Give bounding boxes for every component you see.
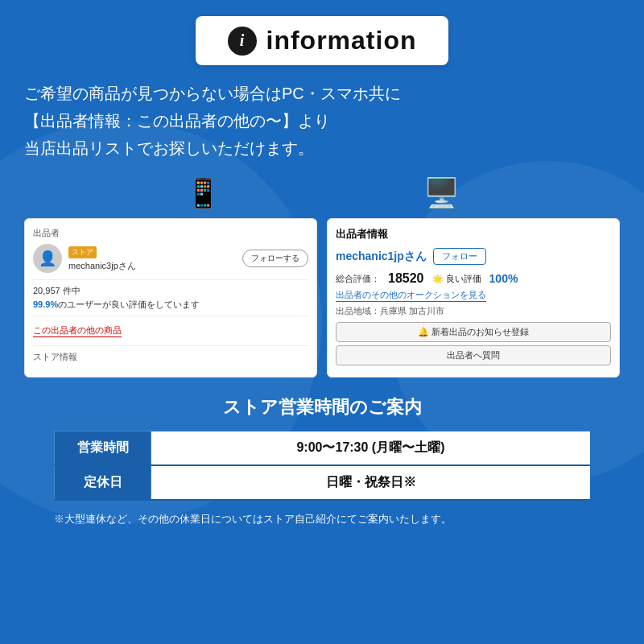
notify-button[interactable]: 🔔 新着出品のお知らせ登録 (336, 322, 611, 342)
good-pct: 100% (489, 272, 518, 285)
location: 出品地域：兵庫県 加古川市 (336, 305, 611, 317)
count-line: 20,957 件中 (33, 285, 308, 297)
rating-pct: 99.9% (33, 299, 58, 309)
hours-row-2: 定休日 日曜・祝祭日※ (55, 465, 591, 500)
hours-value-1: 9:00〜17:30 (月曜〜土曜) (151, 431, 591, 466)
good-label: 🌟 良い評価 (432, 273, 481, 285)
description-line1: ご希望の商品が見つからない場合はPC・スマホ共に (24, 80, 620, 107)
follow-button-right[interactable]: フォロー (433, 248, 486, 265)
description-line3: 当店出品リストでお探しいただけます。 (24, 134, 620, 162)
pc-icon: 🖥️ (423, 176, 460, 210)
question-button[interactable]: 出品者へ質問 (336, 345, 611, 365)
store-info-label[interactable]: ストア情報 (33, 351, 308, 363)
mobile-icon: 📱 (185, 176, 221, 210)
hours-value-2: 日曜・祝祭日※ (151, 465, 591, 500)
divider-left3 (33, 345, 308, 346)
seller-name-right: mechanic1jpさん (336, 250, 427, 264)
info-icon-letter: i (240, 31, 245, 50)
header-box: i information (196, 16, 449, 65)
screenshots-container: 出品者 👤 ストア mechanic3jpさん フォローする 20,957 件中… (24, 218, 620, 378)
left-screenshot: 出品者 👤 ストア mechanic3jpさん フォローする 20,957 件中… (24, 218, 317, 378)
seller-row-right: mechanic1jpさん フォロー (336, 248, 611, 265)
device-icons-row: 📱 🖥️ (84, 176, 560, 210)
divider-left2 (33, 316, 308, 316)
rating-row-right: 総合評価： 18520 🌟 良い評価 100% (336, 271, 611, 286)
hours-row-1: 営業時間 9:00〜17:30 (月曜〜土曜) (55, 431, 591, 466)
left-label: 出品者 (33, 227, 308, 239)
hours-table: 営業時間 9:00〜17:30 (月曜〜土曜) 定休日 日曜・祝祭日※ (54, 431, 590, 501)
right-header: 出品者情報 (336, 227, 611, 242)
total-label: 総合評価： (336, 273, 380, 285)
info-icon: i (228, 27, 257, 56)
store-hours-title: ストア営業時間のご案内 (223, 395, 422, 419)
footer-note: ※大型連休など、その他の休業日についてはストア自己紹介にてご案内いたします。 (54, 512, 590, 526)
hours-label-1: 営業時間 (55, 431, 151, 466)
avatar-left: 👤 (33, 244, 62, 273)
seller-name-left: mechanic3jpさん (68, 260, 236, 272)
divider-left (33, 279, 308, 280)
hours-label-2: 定休日 (55, 465, 151, 500)
follow-button-left[interactable]: フォローする (242, 250, 308, 267)
rating-line: 99.9%のユーザーが良い評価をしています (33, 299, 308, 311)
seller-info-left: ストア mechanic3jpさん (68, 246, 236, 272)
auction-link[interactable]: 出品者のその他のオークションを見る (336, 289, 486, 302)
store-badge: ストア (68, 246, 97, 258)
right-screenshot: 出品者情報 mechanic1jpさん フォロー 総合評価： 18520 🌟 良… (327, 218, 620, 378)
other-items-link[interactable]: この出品者の他の商品 (33, 324, 122, 337)
seller-row-left: 👤 ストア mechanic3jpさん フォローする (33, 244, 308, 273)
header-title: information (266, 26, 417, 56)
description-block: ご希望の商品が見つからない場合はPC・スマホ共に 【出品者情報：この出品者の他の… (24, 80, 620, 162)
description-line2: 【出品者情報：この出品者の他の〜】より (24, 107, 620, 134)
total-value: 18520 (388, 271, 424, 286)
